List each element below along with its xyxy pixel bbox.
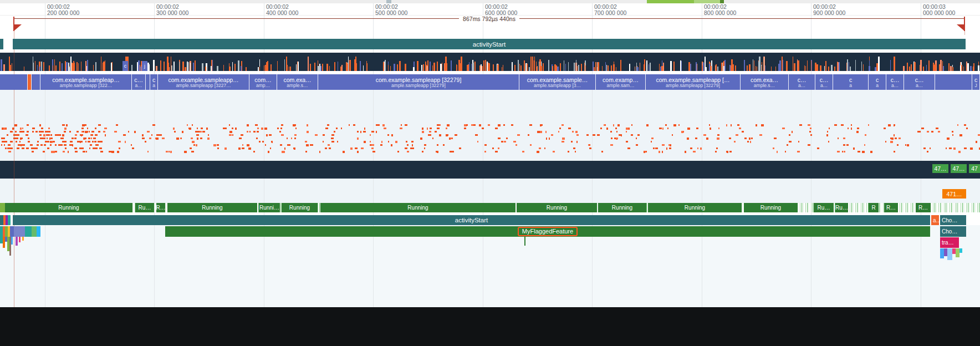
- alloc-dash: [610, 144, 613, 146]
- counter-badge[interactable]: 47: [969, 164, 980, 173]
- selection-range[interactable]: 867ms 792µs 440ns: [14, 15, 964, 22]
- alloc-dash: [841, 124, 844, 126]
- alloc-dash: [530, 144, 532, 146]
- slice-chip[interactable]: Cho…: [940, 226, 966, 237]
- thread-mini-slice[interactable]: c: [122, 61, 128, 71]
- running-slice[interactable]: R…: [156, 203, 165, 212]
- alloc-dash: [235, 128, 237, 130]
- alloc-dash: [437, 124, 440, 126]
- running-slice[interactable]: Ru…: [135, 203, 154, 212]
- slice-chip[interactable]: tra…: [940, 237, 959, 248]
- running-slice[interactable]: Running: [598, 203, 646, 212]
- alloc-dash: [405, 147, 407, 149]
- process-slice[interactable]: c…a…: [815, 74, 833, 90]
- process-slice[interactable]: ca: [833, 74, 869, 90]
- process-slice[interactable]: cJ: [972, 74, 980, 90]
- counter-badge[interactable]: 47…: [951, 164, 967, 173]
- selection-marker-right[interactable]: [964, 17, 965, 31]
- alloc-dash: [47, 147, 49, 149]
- alloc-dash: [4, 144, 5, 146]
- alloc-dash: [95, 144, 98, 146]
- slice-activitystart-top[interactable]: activityStart: [13, 39, 966, 49]
- process-slice[interactable]: com.example.sampleapp […ample.sampleapp …: [646, 74, 741, 90]
- running-slice[interactable]: Running: [282, 203, 318, 212]
- running-slice[interactable]: Ru…: [835, 203, 848, 212]
- event-tick: [296, 64, 297, 71]
- alloc-dash: [159, 134, 162, 136]
- process-slice[interactable]: com.exa…ample.s…: [277, 74, 318, 90]
- process-slice[interactable]: [0, 74, 28, 90]
- event-tick: [863, 64, 864, 71]
- running-slice[interactable]: R…: [916, 203, 931, 212]
- alloc-dash: [422, 151, 423, 152]
- selection-flag-right-icon[interactable]: [957, 24, 964, 30]
- slice-chip[interactable]: a…: [931, 215, 939, 225]
- alloc-dash: [88, 138, 90, 139]
- alloc-dash: [311, 144, 313, 146]
- process-slice[interactable]: [935, 74, 972, 90]
- counter-badge-orange[interactable]: 471…: [942, 189, 966, 199]
- alloc-dash: [742, 131, 744, 133]
- running-slice[interactable]: Ru…: [814, 203, 834, 212]
- event-tick: [258, 67, 259, 71]
- process-slice[interactable]: c…a…: [886, 74, 904, 90]
- alloc-dash: [749, 138, 751, 140]
- event-tick: [188, 62, 189, 71]
- alloc-dash: [364, 128, 365, 130]
- alloc-dash: [95, 128, 96, 129]
- process-slice[interactable]: [146, 74, 150, 90]
- process-slice[interactable]: [32, 74, 40, 90]
- process-slice[interactable]: com.examp…ample.sam…: [596, 74, 646, 90]
- alloc-dash: [949, 147, 952, 149]
- alloc-dash: [953, 147, 956, 150]
- process-slice[interactable]: com…amp…: [249, 74, 277, 90]
- process-slice[interactable]: c…a…: [132, 74, 146, 90]
- alloc-dash: [927, 131, 929, 133]
- process-slice[interactable]: com.example.sampleapp [32279]ample.sampl…: [318, 74, 519, 90]
- event-tick: [190, 63, 191, 71]
- event-tick: [961, 65, 962, 71]
- alloc-dash: [785, 151, 786, 152]
- counter-badge[interactable]: 47…: [932, 164, 948, 173]
- slice-myflaggedfeature[interactable]: MyFlaggedFeature: [165, 226, 930, 237]
- event-tick: [238, 60, 239, 71]
- running-slice[interactable]: Running: [5, 203, 132, 212]
- process-slice[interactable]: c…a…: [904, 74, 935, 90]
- running-slice[interactable]: Running: [744, 203, 798, 212]
- alloc-dash: [293, 147, 294, 149]
- event-tick: [187, 62, 188, 71]
- process-slice-name: c…: [915, 77, 924, 83]
- running-slice[interactable]: Running: [320, 203, 515, 212]
- running-slice[interactable]: Running: [517, 203, 597, 212]
- alloc-dash: [387, 134, 389, 136]
- alloc-dash: [498, 147, 499, 149]
- slice-chip[interactable]: Cho…: [940, 215, 966, 225]
- running-slice[interactable]: Running: [648, 203, 742, 212]
- process-slice[interactable]: com.example.sample…ample.sampleapp [3…: [519, 74, 596, 90]
- alloc-dash: [132, 147, 134, 149]
- alloc-dash: [455, 134, 457, 136]
- alloc-dash: [325, 128, 328, 129]
- kernel-events-track-2[interactable]: [0, 161, 980, 179]
- running-slice[interactable]: Runni…: [259, 203, 280, 212]
- alloc-dash: [32, 128, 35, 129]
- running-slice[interactable]: Running: [167, 203, 257, 212]
- process-slice[interactable]: com.example.sampleapp…ample.sampleapp [3…: [158, 74, 249, 90]
- running-slice[interactable]: R…: [884, 203, 898, 212]
- alloc-dash: [427, 128, 428, 130]
- alloc-dash: [287, 138, 288, 139]
- process-slice[interactable]: c…a…: [789, 74, 815, 90]
- alloc-dash: [76, 131, 78, 133]
- selection-flag-left-icon[interactable]: [14, 24, 22, 30]
- running-slice[interactable]: R: [869, 203, 879, 212]
- event-tick: [140, 67, 141, 71]
- process-slice[interactable]: ca: [869, 74, 886, 90]
- process-slice[interactable]: [28, 74, 32, 90]
- process-slice[interactable]: com.example.sampleap…ample.sampleapp [32…: [40, 74, 132, 90]
- mini-slice: [37, 226, 40, 237]
- alloc-dash: [331, 138, 334, 139]
- slice-activitystart-bottom[interactable]: activityStart: [13, 215, 930, 225]
- process-slice[interactable]: com.exa…ample.s…: [741, 74, 789, 90]
- process-slice[interactable]: ca: [150, 74, 158, 90]
- thread-mini-slice[interactable]: j: [142, 61, 147, 71]
